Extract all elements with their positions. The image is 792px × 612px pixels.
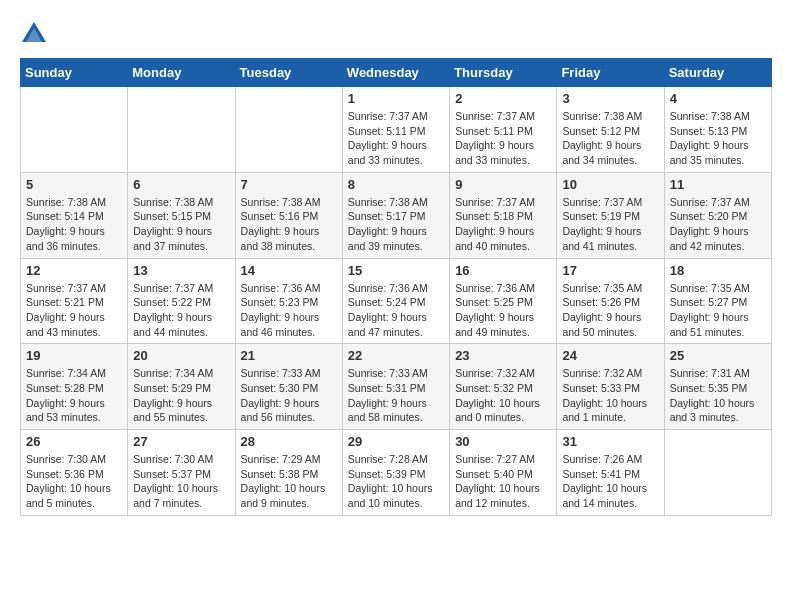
- day-number: 8: [348, 177, 444, 192]
- day-number: 17: [562, 263, 658, 278]
- calendar-cell: 14Sunrise: 7:36 AM Sunset: 5:23 PM Dayli…: [235, 258, 342, 344]
- day-info: Sunrise: 7:31 AM Sunset: 5:35 PM Dayligh…: [670, 366, 766, 425]
- calendar-cell: 22Sunrise: 7:33 AM Sunset: 5:31 PM Dayli…: [342, 344, 449, 430]
- day-number: 27: [133, 434, 229, 449]
- calendar-cell: 4Sunrise: 7:38 AM Sunset: 5:13 PM Daylig…: [664, 87, 771, 173]
- column-header-monday: Monday: [128, 59, 235, 87]
- day-number: 28: [241, 434, 337, 449]
- calendar-week-row: 19Sunrise: 7:34 AM Sunset: 5:28 PM Dayli…: [21, 344, 772, 430]
- day-info: Sunrise: 7:36 AM Sunset: 5:23 PM Dayligh…: [241, 281, 337, 340]
- day-number: 7: [241, 177, 337, 192]
- day-number: 18: [670, 263, 766, 278]
- day-info: Sunrise: 7:28 AM Sunset: 5:39 PM Dayligh…: [348, 452, 444, 511]
- calendar-cell: 23Sunrise: 7:32 AM Sunset: 5:32 PM Dayli…: [450, 344, 557, 430]
- calendar-cell: 5Sunrise: 7:38 AM Sunset: 5:14 PM Daylig…: [21, 172, 128, 258]
- day-info: Sunrise: 7:37 AM Sunset: 5:20 PM Dayligh…: [670, 195, 766, 254]
- calendar-cell: 25Sunrise: 7:31 AM Sunset: 5:35 PM Dayli…: [664, 344, 771, 430]
- day-info: Sunrise: 7:32 AM Sunset: 5:32 PM Dayligh…: [455, 366, 551, 425]
- day-info: Sunrise: 7:34 AM Sunset: 5:29 PM Dayligh…: [133, 366, 229, 425]
- day-info: Sunrise: 7:30 AM Sunset: 5:37 PM Dayligh…: [133, 452, 229, 511]
- day-info: Sunrise: 7:38 AM Sunset: 5:17 PM Dayligh…: [348, 195, 444, 254]
- calendar-cell: [21, 87, 128, 173]
- day-info: Sunrise: 7:37 AM Sunset: 5:22 PM Dayligh…: [133, 281, 229, 340]
- day-number: 22: [348, 348, 444, 363]
- calendar-cell: 8Sunrise: 7:38 AM Sunset: 5:17 PM Daylig…: [342, 172, 449, 258]
- day-info: Sunrise: 7:35 AM Sunset: 5:26 PM Dayligh…: [562, 281, 658, 340]
- day-number: 23: [455, 348, 551, 363]
- day-number: 2: [455, 91, 551, 106]
- day-info: Sunrise: 7:38 AM Sunset: 5:15 PM Dayligh…: [133, 195, 229, 254]
- day-number: 12: [26, 263, 122, 278]
- calendar-cell: 24Sunrise: 7:32 AM Sunset: 5:33 PM Dayli…: [557, 344, 664, 430]
- calendar-cell: 10Sunrise: 7:37 AM Sunset: 5:19 PM Dayli…: [557, 172, 664, 258]
- calendar-cell: 17Sunrise: 7:35 AM Sunset: 5:26 PM Dayli…: [557, 258, 664, 344]
- logo-icon: [20, 20, 48, 48]
- column-header-thursday: Thursday: [450, 59, 557, 87]
- day-number: 20: [133, 348, 229, 363]
- day-info: Sunrise: 7:37 AM Sunset: 5:11 PM Dayligh…: [348, 109, 444, 168]
- calendar-cell: [235, 87, 342, 173]
- calendar-table: SundayMondayTuesdayWednesdayThursdayFrid…: [20, 58, 772, 516]
- day-info: Sunrise: 7:29 AM Sunset: 5:38 PM Dayligh…: [241, 452, 337, 511]
- calendar-week-row: 5Sunrise: 7:38 AM Sunset: 5:14 PM Daylig…: [21, 172, 772, 258]
- day-number: 11: [670, 177, 766, 192]
- day-info: Sunrise: 7:33 AM Sunset: 5:31 PM Dayligh…: [348, 366, 444, 425]
- day-number: 30: [455, 434, 551, 449]
- day-info: Sunrise: 7:36 AM Sunset: 5:24 PM Dayligh…: [348, 281, 444, 340]
- column-header-wednesday: Wednesday: [342, 59, 449, 87]
- calendar-cell: 31Sunrise: 7:26 AM Sunset: 5:41 PM Dayli…: [557, 430, 664, 516]
- day-info: Sunrise: 7:35 AM Sunset: 5:27 PM Dayligh…: [670, 281, 766, 340]
- calendar-cell: 28Sunrise: 7:29 AM Sunset: 5:38 PM Dayli…: [235, 430, 342, 516]
- day-info: Sunrise: 7:38 AM Sunset: 5:13 PM Dayligh…: [670, 109, 766, 168]
- calendar-cell: 26Sunrise: 7:30 AM Sunset: 5:36 PM Dayli…: [21, 430, 128, 516]
- day-number: 14: [241, 263, 337, 278]
- day-info: Sunrise: 7:37 AM Sunset: 5:11 PM Dayligh…: [455, 109, 551, 168]
- page-header: [20, 20, 772, 48]
- day-info: Sunrise: 7:38 AM Sunset: 5:16 PM Dayligh…: [241, 195, 337, 254]
- day-number: 24: [562, 348, 658, 363]
- day-number: 31: [562, 434, 658, 449]
- calendar-cell: 20Sunrise: 7:34 AM Sunset: 5:29 PM Dayli…: [128, 344, 235, 430]
- day-number: 4: [670, 91, 766, 106]
- calendar-cell: 18Sunrise: 7:35 AM Sunset: 5:27 PM Dayli…: [664, 258, 771, 344]
- day-number: 9: [455, 177, 551, 192]
- calendar-cell: 12Sunrise: 7:37 AM Sunset: 5:21 PM Dayli…: [21, 258, 128, 344]
- day-number: 26: [26, 434, 122, 449]
- day-info: Sunrise: 7:30 AM Sunset: 5:36 PM Dayligh…: [26, 452, 122, 511]
- calendar-cell: 13Sunrise: 7:37 AM Sunset: 5:22 PM Dayli…: [128, 258, 235, 344]
- calendar-cell: 30Sunrise: 7:27 AM Sunset: 5:40 PM Dayli…: [450, 430, 557, 516]
- day-info: Sunrise: 7:32 AM Sunset: 5:33 PM Dayligh…: [562, 366, 658, 425]
- day-number: 25: [670, 348, 766, 363]
- day-info: Sunrise: 7:34 AM Sunset: 5:28 PM Dayligh…: [26, 366, 122, 425]
- calendar-week-row: 26Sunrise: 7:30 AM Sunset: 5:36 PM Dayli…: [21, 430, 772, 516]
- calendar-week-row: 1Sunrise: 7:37 AM Sunset: 5:11 PM Daylig…: [21, 87, 772, 173]
- calendar-cell: 11Sunrise: 7:37 AM Sunset: 5:20 PM Dayli…: [664, 172, 771, 258]
- day-info: Sunrise: 7:33 AM Sunset: 5:30 PM Dayligh…: [241, 366, 337, 425]
- day-info: Sunrise: 7:37 AM Sunset: 5:19 PM Dayligh…: [562, 195, 658, 254]
- column-header-sunday: Sunday: [21, 59, 128, 87]
- calendar-cell: 9Sunrise: 7:37 AM Sunset: 5:18 PM Daylig…: [450, 172, 557, 258]
- day-info: Sunrise: 7:38 AM Sunset: 5:14 PM Dayligh…: [26, 195, 122, 254]
- day-info: Sunrise: 7:37 AM Sunset: 5:21 PM Dayligh…: [26, 281, 122, 340]
- day-number: 13: [133, 263, 229, 278]
- calendar-cell: 2Sunrise: 7:37 AM Sunset: 5:11 PM Daylig…: [450, 87, 557, 173]
- calendar-header-row: SundayMondayTuesdayWednesdayThursdayFrid…: [21, 59, 772, 87]
- calendar-cell: [128, 87, 235, 173]
- calendar-cell: 6Sunrise: 7:38 AM Sunset: 5:15 PM Daylig…: [128, 172, 235, 258]
- day-number: 10: [562, 177, 658, 192]
- calendar-cell: 21Sunrise: 7:33 AM Sunset: 5:30 PM Dayli…: [235, 344, 342, 430]
- calendar-cell: 15Sunrise: 7:36 AM Sunset: 5:24 PM Dayli…: [342, 258, 449, 344]
- day-number: 16: [455, 263, 551, 278]
- calendar-cell: 19Sunrise: 7:34 AM Sunset: 5:28 PM Dayli…: [21, 344, 128, 430]
- calendar-cell: 3Sunrise: 7:38 AM Sunset: 5:12 PM Daylig…: [557, 87, 664, 173]
- calendar-cell: [664, 430, 771, 516]
- column-header-saturday: Saturday: [664, 59, 771, 87]
- day-number: 5: [26, 177, 122, 192]
- day-number: 19: [26, 348, 122, 363]
- day-info: Sunrise: 7:26 AM Sunset: 5:41 PM Dayligh…: [562, 452, 658, 511]
- day-info: Sunrise: 7:36 AM Sunset: 5:25 PM Dayligh…: [455, 281, 551, 340]
- day-info: Sunrise: 7:37 AM Sunset: 5:18 PM Dayligh…: [455, 195, 551, 254]
- day-number: 21: [241, 348, 337, 363]
- day-number: 6: [133, 177, 229, 192]
- day-number: 3: [562, 91, 658, 106]
